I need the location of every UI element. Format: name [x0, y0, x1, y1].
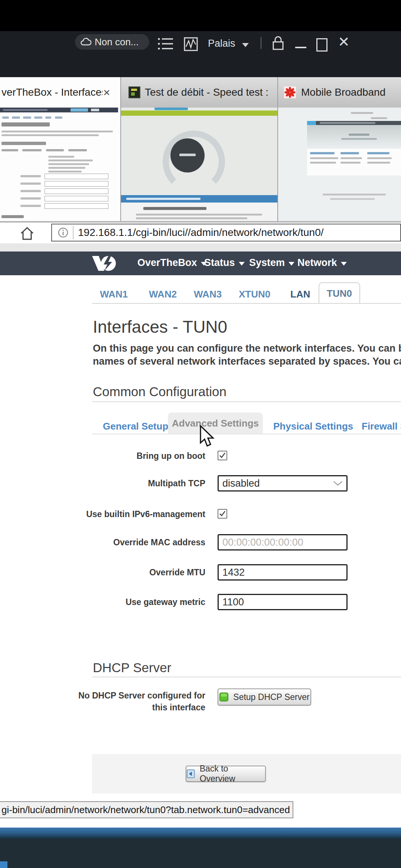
checkmark-icon — [218, 451, 226, 460]
menu-system[interactable]: System — [249, 257, 294, 269]
browser-tab-overthebox[interactable]: verTheBox - Interfaces × — [0, 77, 120, 221]
menu-network-label: Network — [297, 257, 337, 269]
page-description: On this page you can configure the netwo… — [93, 342, 401, 368]
speedtest-favicon — [128, 86, 140, 98]
dhcp-label-line2: this interface — [74, 703, 205, 713]
connection-label: Non con... — [95, 36, 139, 48]
checkbox-bring-up-on-boot[interactable] — [218, 451, 227, 460]
caret-down-icon — [341, 262, 347, 266]
info-icon[interactable] — [58, 227, 68, 238]
subtab-firewall-settings[interactable]: Firewall Se — [362, 421, 401, 432]
back-to-overview-button[interactable]: Back to Overview — [186, 766, 266, 782]
activity-chart-icon[interactable] — [184, 37, 198, 51]
tab3-title: Mobile Broadband — [301, 86, 394, 98]
description-line1: On this page you can configure the netwo… — [93, 342, 401, 355]
huawei-favicon — [284, 86, 296, 98]
subtab-physical-settings[interactable]: Physical Settings — [273, 421, 353, 432]
phone-status-area — [0, 0, 401, 31]
mouse-cursor — [199, 425, 217, 449]
link-status-tooltip: gi-bin/luci/admin/network/network/tun0?t… — [0, 801, 293, 818]
minimize-button[interactable] — [295, 47, 306, 48]
setup-dhcp-label: Setup DHCP Server — [233, 692, 309, 702]
browser-tab-speedtest[interactable]: Test de débit - Speed test : t — [121, 77, 277, 221]
maximize-button[interactable] — [316, 38, 327, 52]
input-override-mtu[interactable] — [219, 565, 346, 579]
menu-overthebox[interactable]: OverTheBox — [137, 257, 207, 269]
tab1-header[interactable]: verTheBox - Interfaces × — [0, 77, 120, 108]
label-override-mac: Override MAC address — [74, 537, 205, 548]
label-gateway-metric: Use gateway metric — [74, 597, 205, 607]
description-line2: names of several network interfaces sepa… — [93, 355, 401, 368]
cloud-icon — [80, 37, 91, 46]
caret-down-icon — [288, 262, 294, 266]
input-gateway-metric-wrap — [218, 594, 348, 610]
status-url: gi-bin/luci/admin/network/network/tun0?t… — [1, 804, 290, 816]
urlbox-divider — [73, 226, 74, 239]
label-override-mtu: Override MTU — [74, 568, 205, 578]
dhcp-green-icon — [219, 692, 229, 702]
select-multipath-tcp[interactable]: disabled — [218, 475, 348, 491]
connection-pill[interactable]: Non con... — [75, 34, 149, 50]
menu-network[interactable]: Network — [297, 257, 347, 269]
input-override-mac-wrap — [218, 534, 348, 550]
menu-status[interactable]: Status — [204, 257, 245, 269]
menu-system-label: System — [249, 257, 285, 269]
tab1-thumbnail[interactable] — [0, 108, 120, 221]
tabs-underline — [92, 303, 401, 304]
input-override-mac[interactable] — [219, 535, 346, 549]
dhcp-heading: DHCP Server — [93, 660, 171, 675]
tab-wan2[interactable]: WAN2 — [149, 289, 177, 300]
back-to-overview-label: Back to Overview — [200, 764, 265, 784]
subtabs-underline — [92, 434, 401, 434]
page-title: Interfaces - TUN0 — [93, 317, 227, 337]
heading-rule — [92, 401, 401, 402]
label-multipath-tcp: Multipath TCP — [74, 479, 205, 489]
url-box[interactable]: 192.168.1.1/cgi-bin/luci//admin/network/… — [51, 224, 401, 241]
label-bring-up-on-boot: Bring up on boot — [74, 451, 205, 461]
dhcp-label-line1: No DHCP Server configured for — [74, 691, 205, 701]
desktop-background — [0, 839, 401, 868]
tab1-close-icon[interactable]: × — [103, 86, 110, 99]
tab2-header[interactable]: Test de débit - Speed test : t — [121, 77, 277, 108]
setup-dhcp-button[interactable]: Setup DHCP Server — [218, 688, 311, 706]
browser-tab-mobile-broadband[interactable]: Mobile Broadband — [278, 77, 401, 221]
desktop-blue-band — [0, 828, 401, 839]
tab2-title: Test de débit - Speed test : t — [145, 86, 271, 98]
tab1-title: verTheBox - Interfaces — [1, 86, 102, 98]
url-row: 192.168.1.1/cgi-bin/luci//admin/network/… — [0, 223, 401, 243]
url-text[interactable]: 192.168.1.1/cgi-bin/luci//admin/network/… — [78, 227, 324, 239]
checkmark-icon — [218, 510, 226, 518]
menu-status-label: Status — [204, 257, 235, 269]
page-top-strip — [0, 243, 401, 251]
taskbar-item[interactable] — [0, 861, 7, 868]
tab-lan[interactable]: LAN — [290, 289, 310, 300]
subtab-general-setup[interactable]: General Setup — [103, 421, 168, 432]
browser-tabstrip: verTheBox - Interfaces × — [0, 77, 401, 221]
back-arrow-icon — [186, 769, 195, 779]
checkbox-ipv6-management[interactable] — [218, 509, 227, 519]
common-config-heading: Common Configuration — [93, 384, 226, 399]
chevron-down-icon — [333, 481, 343, 486]
luci-navbar: OverTheBox Status System Network — [0, 251, 401, 275]
tab-xtun0[interactable]: XTUN0 — [239, 289, 270, 300]
close-button[interactable]: ✕ — [338, 36, 350, 47]
input-override-mtu-wrap — [218, 564, 348, 581]
tab-tun0-label: TUN0 — [327, 288, 352, 299]
profile-name[interactable]: Palais — [208, 38, 235, 49]
tab2-thumbnail[interactable] — [121, 108, 277, 221]
tab3-thumbnail[interactable] — [278, 108, 401, 221]
caret-down-icon — [239, 262, 245, 266]
menu-overthebox-label: OverTheBox — [137, 257, 197, 269]
profile-caret-icon[interactable] — [242, 43, 249, 47]
label-ipv6-management: Use builtin IPv6-management — [74, 509, 205, 519]
heading-rule — [92, 677, 401, 677]
tab3-header[interactable]: Mobile Broadband — [278, 77, 401, 108]
home-icon[interactable] — [19, 226, 35, 241]
lock-icon[interactable] — [271, 35, 285, 51]
tab-tun0[interactable]: TUN0 — [319, 282, 360, 304]
tab-wan3[interactable]: WAN3 — [194, 289, 222, 300]
description-line2-text: names of several network interfaces sepa… — [93, 356, 401, 367]
tab-wan1[interactable]: WAN1 — [100, 289, 128, 300]
reading-list-icon[interactable] — [157, 36, 175, 51]
input-gateway-metric[interactable] — [219, 595, 346, 609]
